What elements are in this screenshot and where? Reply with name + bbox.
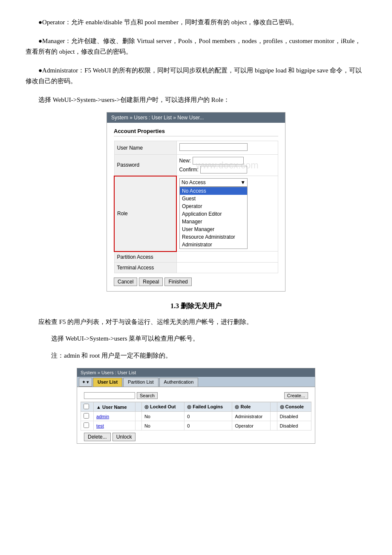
col-username[interactable]: ▲ User Name bbox=[94, 402, 135, 412]
new-label: New: bbox=[179, 158, 191, 164]
role-row: Role No Access ▼ No Access Guest Operato… bbox=[114, 176, 278, 251]
admin-failed-logins: 0 bbox=[184, 412, 232, 421]
new-password-input[interactable] bbox=[193, 157, 244, 165]
delete-users-note: 注：admin 和 root 用户是一定不能删除的。 bbox=[51, 350, 366, 361]
role-option-operator[interactable]: Operator bbox=[180, 202, 247, 210]
account-properties-title: Account Properties bbox=[114, 128, 278, 136]
username-label: User Name bbox=[114, 141, 176, 155]
admin-username-cell: admin bbox=[94, 412, 135, 421]
tab-partition-list[interactable]: Partition List bbox=[123, 378, 159, 387]
gear-dropdown-icon: ▾ bbox=[86, 379, 89, 385]
role-option-no-access[interactable]: No Access bbox=[180, 187, 247, 195]
test-spacer bbox=[135, 421, 141, 431]
role-option-administrator[interactable]: Administrator bbox=[180, 241, 247, 249]
test-role: Operator bbox=[232, 421, 271, 431]
test-locked-out: No bbox=[141, 421, 184, 431]
user-list-panel-header: System » Users : User List bbox=[77, 368, 315, 377]
role-select-display[interactable]: No Access ▼ bbox=[179, 178, 248, 187]
create-button[interactable]: Create... bbox=[284, 392, 308, 399]
test-console: Disabled bbox=[277, 421, 311, 431]
user-list-table: ▲ User Name ◎ Locked Out ◎ Failed Logins… bbox=[81, 402, 311, 431]
test-username-link[interactable]: test bbox=[96, 423, 104, 428]
test-checkbox[interactable] bbox=[84, 422, 89, 428]
search-row: Search Create... bbox=[81, 390, 311, 402]
confirm-password-input[interactable] bbox=[200, 166, 247, 173]
section-heading-delete-users: 1.3 删除无关用户 bbox=[26, 302, 366, 311]
partition-access-label: Partition Access bbox=[114, 251, 176, 263]
col-checkbox bbox=[81, 402, 94, 412]
test-failed-logins: 0 bbox=[184, 421, 232, 431]
partition-access-row: Partition Access bbox=[114, 251, 278, 263]
role-dropdown-arrow: ▼ bbox=[240, 179, 245, 185]
role-option-application-editor[interactable]: Application Editor bbox=[180, 210, 247, 218]
gear-icon: ✦ bbox=[82, 379, 86, 385]
manager-paragraph: ●Manager：允许创建、修改、删除 Virtual server，Pools… bbox=[26, 36, 366, 58]
gear-button[interactable]: ✦ ▾ bbox=[79, 378, 92, 387]
role-selected-value: No Access bbox=[182, 179, 206, 185]
administrator-paragraph: ●Administrator：F5 WebUI 的所有的权限，同时可以同步双机的… bbox=[26, 65, 366, 87]
admin-checkbox[interactable] bbox=[84, 413, 89, 419]
table-row: admin No 0 Administrator Disabled bbox=[81, 412, 311, 421]
select-all-checkbox[interactable] bbox=[84, 404, 89, 409]
username-input[interactable] bbox=[179, 143, 248, 151]
terminal-access-label: Terminal Access bbox=[114, 262, 176, 273]
confirm-password-row: Confirm: bbox=[179, 166, 275, 173]
password-label: Password bbox=[114, 155, 176, 176]
form-buttons: Cancel Repeal Finished bbox=[114, 278, 278, 286]
terminal-access-value-cell bbox=[176, 262, 278, 273]
test-checkbox-cell bbox=[81, 421, 94, 431]
finished-button[interactable]: Finished bbox=[164, 278, 191, 286]
delete-users-para2: 选择 WebUI->System->users 菜单可以检查用户帐号。 bbox=[51, 333, 366, 344]
username-row: User Name bbox=[114, 141, 278, 155]
col-spacer2 bbox=[271, 402, 277, 412]
col-role[interactable]: ◎ Role bbox=[232, 402, 271, 412]
col-spacer bbox=[135, 402, 141, 412]
admin-checkbox-cell bbox=[81, 412, 94, 421]
username-value-cell bbox=[176, 141, 278, 155]
role-option-guest[interactable]: Guest bbox=[180, 195, 247, 202]
password-value-cell: New: Confirm: www.docx.com bbox=[176, 155, 278, 176]
bottom-buttons: Delete... Unlock bbox=[81, 431, 311, 443]
repeal-button[interactable]: Repeal bbox=[139, 278, 163, 286]
col-console[interactable]: ◎ Console bbox=[277, 402, 311, 412]
new-user-panel-body: Account Properties User Name Password Ne… bbox=[107, 123, 285, 291]
user-table-header-row: ▲ User Name ◎ Locked Out ◎ Failed Logins… bbox=[81, 402, 311, 412]
new-user-panel: System » Users : User List » New User...… bbox=[107, 112, 285, 292]
panel-content: Search Create... ▲ User Name ◎ Locked Ou… bbox=[77, 387, 315, 443]
confirm-label: Confirm: bbox=[179, 167, 199, 173]
admin-spacer bbox=[135, 412, 141, 421]
search-input[interactable] bbox=[84, 392, 135, 399]
tab-user-list[interactable]: User List bbox=[93, 378, 122, 387]
new-user-panel-header: System » Users : User List » New User... bbox=[107, 113, 285, 123]
new-password-row: New: bbox=[179, 157, 275, 165]
password-fields: New: Confirm: bbox=[179, 157, 275, 173]
user-list-panel: System » Users : User List ✦ ▾ User List… bbox=[77, 368, 315, 444]
tabs-row: ✦ ▾ User List Partition List Authenticat… bbox=[77, 377, 315, 387]
col-failed-logins[interactable]: ◎ Failed Logins bbox=[184, 402, 232, 412]
admin-username-link[interactable]: admin bbox=[96, 414, 109, 419]
password-row: Password New: Confirm: ww bbox=[114, 155, 278, 176]
col-locked-out[interactable]: ◎ Locked Out bbox=[141, 402, 184, 412]
unlock-button[interactable]: Unlock bbox=[112, 433, 136, 441]
role-label: Role bbox=[114, 176, 176, 251]
admin-spacer2 bbox=[271, 412, 277, 421]
role-option-user-manager[interactable]: User Manager bbox=[180, 225, 247, 233]
role-option-resource-admin[interactable]: Resource Administrator bbox=[180, 233, 247, 241]
admin-role: Administrator bbox=[232, 412, 271, 421]
role-select-wrapper: No Access ▼ No Access Guest Operator App… bbox=[179, 178, 248, 249]
test-spacer2 bbox=[271, 421, 277, 431]
operator-paragraph: ●Operator：允许 enable/disable 节点和 pool mem… bbox=[26, 17, 366, 28]
role-option-manager[interactable]: Manager bbox=[180, 218, 247, 225]
admin-locked-out: No bbox=[141, 412, 184, 421]
delete-button[interactable]: Delete... bbox=[84, 433, 111, 441]
new-user-form-table: User Name Password New: bbox=[114, 141, 278, 273]
role-value-cell: No Access ▼ No Access Guest Operator App… bbox=[176, 176, 278, 251]
search-button[interactable]: Search bbox=[137, 392, 158, 399]
role-dropdown: No Access Guest Operator Application Edi… bbox=[179, 187, 248, 249]
tab-authentication[interactable]: Authentication bbox=[159, 378, 199, 387]
admin-console: Disabled bbox=[277, 412, 311, 421]
cancel-button[interactable]: Cancel bbox=[114, 278, 137, 286]
table-row: test No 0 Operator Disabled bbox=[81, 421, 311, 431]
test-username-cell: test bbox=[94, 421, 135, 431]
partition-access-value-cell bbox=[176, 251, 278, 263]
